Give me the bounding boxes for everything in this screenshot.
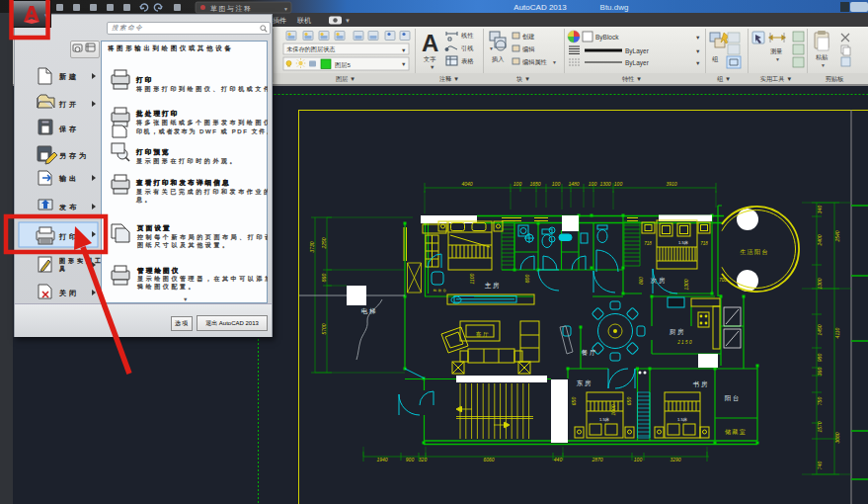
svg-text:联机: 联机 — [297, 17, 311, 25]
svg-text:打印预览: 打印预览 — [135, 148, 171, 156]
svg-text:草图与注释: 草图与注释 — [210, 4, 253, 13]
svg-text:▼: ▼ — [552, 59, 557, 65]
svg-text:ByLayer: ByLayer — [625, 59, 650, 67]
svg-text:AutoCAD 2013: AutoCAD 2013 — [513, 3, 567, 12]
svg-text:梳妆台: 梳妆台 — [434, 289, 448, 293]
svg-text:东房: 东房 — [577, 379, 593, 386]
svg-text:700: 700 — [719, 278, 727, 283]
svg-text:编辑属性: 编辑属性 — [522, 58, 548, 65]
svg-text:4110: 4110 — [834, 327, 840, 338]
svg-text:▼: ▼ — [43, 13, 49, 19]
svg-text:2150: 2150 — [676, 340, 693, 345]
svg-text:编辑: 编辑 — [522, 45, 535, 52]
svg-text:100: 100 — [589, 181, 597, 187]
svg-text:电梯: 电梯 — [361, 307, 378, 314]
svg-text:100: 100 — [513, 181, 522, 187]
svg-text:718: 718 — [700, 241, 708, 246]
svg-text:1300: 1300 — [599, 181, 610, 187]
svg-text:650: 650 — [626, 397, 632, 406]
svg-text:组: 组 — [712, 55, 719, 62]
svg-text:新建: 新建 — [59, 72, 79, 81]
svg-text:2250: 2250 — [321, 237, 327, 249]
svg-text:文字: 文字 — [424, 55, 435, 62]
svg-text:340: 340 — [817, 206, 823, 214]
svg-text:Btu.dwg: Btu.dwg — [600, 3, 629, 12]
svg-text:650: 650 — [571, 397, 577, 406]
svg-text:4040: 4040 — [461, 181, 472, 187]
svg-text:5700: 5700 — [321, 323, 327, 334]
svg-text:▼: ▼ — [183, 296, 188, 302]
svg-text:图层5: 图层5 — [335, 61, 351, 69]
svg-text:图纸尺寸以及其他设置。: 图纸尺寸以及其他设置。 — [137, 241, 231, 249]
svg-text:打印: 打印 — [58, 233, 79, 241]
svg-text:打印: 打印 — [135, 76, 153, 84]
svg-text:引线: 引线 — [461, 44, 473, 52]
svg-text:3290: 3290 — [670, 457, 680, 462]
svg-text:▼: ▼ — [695, 35, 700, 41]
svg-text:3730: 3730 — [309, 241, 315, 252]
svg-text:控制每个新布局的页面布局、打印设备、: 控制每个新布局的页面布局、打印设备、 — [137, 233, 268, 241]
svg-text:▼: ▼ — [695, 48, 700, 54]
svg-text:1480: 1480 — [568, 181, 579, 187]
svg-text:▼: ▼ — [283, 6, 288, 12]
svg-text:100: 100 — [552, 181, 561, 187]
svg-text:息。: 息。 — [135, 197, 153, 203]
svg-text:将多张图纸或多个图形发布到绘图仪或打: 将多张图纸或多个图形发布到绘图仪或打 — [135, 119, 268, 126]
svg-text:页面设置: 页面设置 — [136, 224, 172, 232]
svg-text:主房: 主房 — [485, 282, 502, 289]
svg-text:将图形打印到绘图仪、打印机或文件。: 将图形打印到绘图仪、打印机或文件。 — [135, 85, 268, 93]
svg-text:900: 900 — [406, 457, 415, 462]
svg-text:保存: 保存 — [59, 126, 79, 132]
svg-text:客厅: 客厅 — [476, 331, 490, 338]
svg-text:书房: 书房 — [693, 380, 710, 387]
svg-text:1450: 1450 — [817, 324, 823, 335]
svg-text:组 ▼: 组 ▼ — [717, 75, 731, 82]
svg-text:管理绘图仪: 管理绘图仪 — [136, 267, 181, 275]
svg-text:发布: 发布 — [59, 204, 79, 210]
svg-text:▼: ▼ — [821, 62, 826, 68]
svg-text:▼: ▼ — [401, 47, 406, 53]
svg-text:测量: 测量 — [770, 47, 782, 55]
svg-text:320: 320 — [419, 457, 428, 462]
svg-text:▼: ▼ — [401, 61, 406, 67]
svg-text:1570: 1570 — [817, 421, 823, 432]
svg-text:440: 440 — [554, 457, 563, 462]
svg-text:粘贴: 粘贴 — [816, 53, 828, 61]
svg-text:2540: 2540 — [834, 230, 840, 242]
svg-text:ByBlock: ByBlock — [595, 34, 619, 42]
svg-text:输出: 输出 — [59, 175, 79, 183]
svg-text:1100: 1100 — [469, 273, 475, 284]
svg-text:100: 100 — [634, 457, 643, 462]
svg-text:1300: 1300 — [817, 278, 823, 289]
svg-text:印机，或者发布为 DWF 或 PDF 文件。: 印机，或者发布为 DWF 或 PDF 文件。 — [136, 127, 268, 135]
svg-text:▼: ▼ — [695, 60, 700, 66]
svg-text:3080: 3080 — [834, 432, 840, 443]
svg-text:▼: ▼ — [489, 45, 494, 51]
svg-text:1.5床: 1.5床 — [599, 417, 610, 422]
svg-text:980: 980 — [817, 354, 823, 363]
svg-text:1000: 1000 — [610, 404, 616, 415]
svg-text:显示绘图仪管理器，在其中可以添加或编: 显示绘图仪管理器，在其中可以添加或编 — [137, 275, 268, 283]
svg-text:注释 ▼: 注释 ▼ — [439, 75, 459, 82]
svg-text:实用工具 ▼: 实用工具 ▼ — [760, 75, 793, 83]
svg-text:剪贴板: 剪贴板 — [826, 75, 844, 83]
svg-text:插入: 插入 — [492, 55, 504, 63]
svg-text:特性 ▼: 特性 ▼ — [622, 75, 642, 83]
svg-text:批处理打印: 批处理打印 — [135, 110, 180, 118]
svg-text:查看打印和发布详细信息: 查看打印和发布详细信息 — [135, 179, 231, 187]
svg-text:1650: 1650 — [529, 181, 540, 187]
svg-text:储藏室: 储藏室 — [725, 428, 747, 436]
svg-text:图层 ▼: 图层 ▼ — [336, 75, 355, 83]
svg-text:图形实用工: 图形实用工 — [59, 257, 101, 265]
svg-text:360: 360 — [817, 368, 823, 377]
svg-text:2400: 2400 — [817, 234, 823, 246]
svg-text:1.5床: 1.5床 — [678, 240, 689, 245]
svg-text:餐厅: 餐厅 — [582, 349, 598, 356]
svg-text:次房: 次房 — [651, 277, 668, 284]
svg-text:显示有关已完成的打印和发布作业的信: 显示有关已完成的打印和发布作业的信 — [136, 188, 268, 196]
svg-text:▼: ▼ — [430, 64, 434, 70]
svg-text:块 ▼: 块 ▼ — [515, 75, 530, 82]
svg-text:显示图形在打印时的外观。: 显示图形在打印时的外观。 — [136, 157, 238, 165]
svg-text:6060: 6060 — [483, 457, 494, 462]
svg-text:厨房: 厨房 — [670, 328, 686, 335]
